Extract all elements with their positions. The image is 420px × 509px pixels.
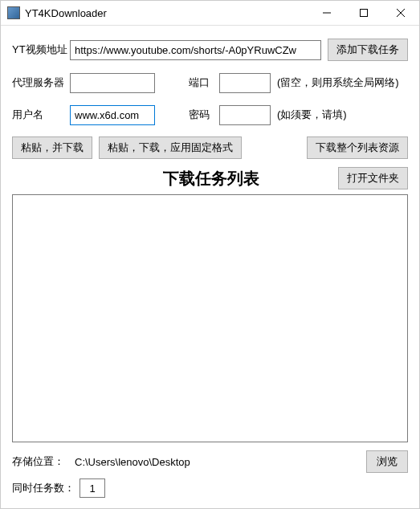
titlebar: YT4KDownloader	[1, 1, 419, 26]
svg-rect-1	[361, 10, 368, 17]
username-input[interactable]	[70, 105, 155, 125]
storage-label: 存储位置：	[12, 454, 75, 469]
proxy-input[interactable]	[70, 73, 155, 93]
minimize-icon	[323, 9, 331, 17]
proxy-hint: (留空，则用系统全局网络)	[277, 75, 399, 90]
window-title: YT4KDownloader	[25, 7, 308, 19]
password-input[interactable]	[219, 105, 271, 125]
minimize-button[interactable]	[308, 1, 345, 25]
content-area: YT视频地址 添加下载任务 代理服务器 端口 (留空，则用系统全局网络) 用户名…	[1, 26, 419, 508]
add-task-button[interactable]: 添加下载任务	[328, 39, 408, 61]
url-row: YT视频地址 添加下载任务	[12, 39, 408, 61]
credentials-row: 用户名 密码 (如须要，请填)	[12, 104, 408, 125]
concurrent-label: 同时任务数：	[12, 481, 75, 495]
proxy-label: 代理服务器	[12, 75, 70, 90]
task-list-title: 下载任务列表	[84, 168, 338, 189]
open-folder-button[interactable]: 打开文件夹	[338, 167, 408, 189]
download-list-button[interactable]: 下载整个列表资源	[307, 136, 408, 159]
maximize-icon	[360, 9, 368, 17]
action-buttons-row: 粘贴，并下载 粘贴，下载，应用固定格式 下载整个列表资源	[12, 136, 408, 159]
proxy-row: 代理服务器 端口 (留空，则用系统全局网络)	[12, 72, 408, 93]
storage-row: 存储位置： C:\Users\lenovo\Desktop 浏览	[12, 450, 408, 473]
paste-format-button[interactable]: 粘贴，下载，应用固定格式	[99, 136, 242, 159]
password-label: 密码	[189, 108, 219, 122]
storage-path: C:\Users\lenovo\Desktop	[75, 456, 366, 468]
username-label: 用户名	[12, 108, 70, 122]
paste-download-button[interactable]: 粘贴，并下载	[12, 136, 92, 159]
task-list[interactable]	[12, 194, 408, 442]
browse-button[interactable]: 浏览	[366, 450, 408, 473]
app-window: YT4KDownloader YT视频地址 添加下载任务 代理服务器 端口 (留…	[0, 0, 420, 509]
url-input[interactable]	[70, 40, 321, 60]
window-controls	[308, 1, 419, 25]
close-button[interactable]	[382, 1, 419, 25]
credentials-hint: (如须要，请填)	[277, 108, 347, 122]
concurrent-input[interactable]	[80, 478, 105, 498]
close-icon	[397, 9, 405, 17]
port-input[interactable]	[219, 73, 271, 93]
concurrent-row: 同时任务数：	[12, 478, 408, 499]
url-label: YT视频地址	[12, 43, 70, 57]
port-label: 端口	[189, 75, 219, 90]
app-icon	[7, 6, 20, 19]
task-header-row: 下载任务列表 打开文件夹	[12, 167, 408, 189]
maximize-button[interactable]	[345, 1, 382, 25]
